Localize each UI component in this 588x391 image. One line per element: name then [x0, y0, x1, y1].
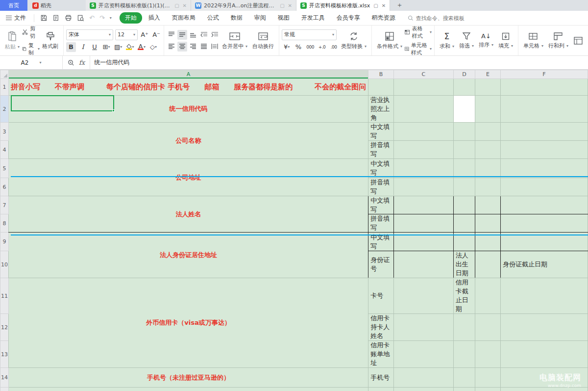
- font-name-select[interactable]: 宋体▾: [66, 29, 113, 40]
- cell-C4[interactable]: [393, 141, 453, 159]
- cell-D1[interactable]: [453, 79, 475, 96]
- shading-button[interactable]: ▨▾: [113, 42, 123, 52]
- cell-C14[interactable]: [393, 368, 453, 388]
- format-painter-button[interactable]: 格式刷: [40, 31, 61, 50]
- row-header-15[interactable]: 15: [0, 388, 9, 391]
- cell-B13[interactable]: 信用卡账单地址: [368, 341, 394, 368]
- row-header-3[interactable]: 3: [0, 123, 9, 141]
- magnifier-icon[interactable]: [68, 59, 74, 66]
- cell-B11[interactable]: 卡号: [368, 278, 394, 314]
- underline-button[interactable]: U: [90, 42, 99, 52]
- cell-style-button[interactable]: 单元格样式▾: [405, 42, 432, 56]
- row-header-14[interactable]: 14: [0, 368, 9, 388]
- export-icon[interactable]: [52, 14, 60, 22]
- doc-tab-1[interactable]: S 开店资料模板标准版(1)(1)(1).xlsx ▢ ✕: [86, 0, 191, 11]
- cell-B5[interactable]: 中文填写: [368, 159, 394, 178]
- rows-cols-button[interactable]: 行和列▾: [546, 32, 571, 50]
- cell-C1[interactable]: [393, 79, 453, 96]
- row-header-9[interactable]: 9: [0, 233, 9, 251]
- tab-close-icon[interactable]: ✕: [288, 3, 292, 8]
- cut-button[interactable]: 剪切: [22, 25, 40, 40]
- cell-D2[interactable]: [453, 96, 475, 123]
- cell-C15[interactable]: [393, 388, 453, 391]
- cell-F10[interactable]: 身份证截止日期: [500, 251, 588, 278]
- paste-button[interactable]: 粘贴▾: [2, 31, 22, 51]
- font-size-select[interactable]: 12▾: [115, 29, 138, 40]
- column-header-B[interactable]: B: [368, 70, 394, 79]
- row-header-12[interactable]: 12: [0, 314, 9, 341]
- cell-A15[interactable]: 邮箱账号密码: [8, 388, 368, 391]
- cell-A14[interactable]: 手机号（未注册过亚马逊的）: [8, 368, 368, 388]
- decrease-decimal-button[interactable]: .00: [329, 42, 339, 52]
- wrap-text-button[interactable]: 自动换行: [250, 31, 276, 50]
- cell-E13[interactable]: [475, 341, 500, 368]
- row-header-8[interactable]: 8: [0, 214, 9, 233]
- cell-F6[interactable]: [500, 178, 588, 196]
- column-header-D[interactable]: D: [453, 70, 475, 79]
- docer-tab[interactable]: d 稻壳: [27, 0, 58, 11]
- row-header-6[interactable]: 6: [0, 178, 9, 196]
- increase-font-button[interactable]: A⁺: [140, 30, 149, 40]
- cell-B4[interactable]: 拼音填写: [368, 141, 394, 159]
- tab-insert[interactable]: 插入: [143, 12, 166, 24]
- cells-button[interactable]: 单元格▾: [521, 32, 546, 50]
- percent-button[interactable]: %: [294, 42, 303, 52]
- cell-D13[interactable]: [453, 341, 475, 368]
- select-all-corner[interactable]: [0, 70, 9, 79]
- cell-F12[interactable]: [500, 314, 588, 341]
- currency-button[interactable]: ¥▾: [282, 42, 292, 52]
- print-preview-icon[interactable]: [77, 14, 84, 22]
- fill-button[interactable]: 填充▾: [496, 32, 515, 50]
- cell-E4[interactable]: [475, 141, 500, 159]
- row-header-7[interactable]: 7: [0, 196, 9, 214]
- cell-B12[interactable]: 信用卡持卡人姓名: [368, 314, 394, 341]
- cell-B2[interactable]: 营业执照左上角: [368, 96, 394, 123]
- redo-icon[interactable]: ↷: [99, 14, 105, 22]
- cell-E11[interactable]: [475, 278, 500, 314]
- tab-restore-icon[interactable]: ▢: [280, 3, 284, 8]
- increase-decimal-button[interactable]: +.0: [317, 42, 327, 52]
- cell-B15[interactable]: 账号: [368, 388, 394, 391]
- cell-E6[interactable]: [475, 178, 500, 196]
- cell-C6[interactable]: [393, 178, 453, 196]
- column-header-C[interactable]: C: [393, 70, 453, 79]
- row-header-13[interactable]: 13: [0, 341, 9, 368]
- tab-developer[interactable]: 开发工具: [296, 12, 330, 24]
- home-tab[interactable]: 首页: [0, 0, 27, 11]
- cell-D4[interactable]: [453, 141, 475, 159]
- tab-review[interactable]: 审阅: [249, 12, 271, 24]
- cell-E5[interactable]: [475, 159, 500, 178]
- cell-B3[interactable]: 中文填写: [368, 123, 394, 141]
- thousand-separator-button[interactable]: 000: [305, 42, 315, 52]
- cell-D10[interactable]: 法人出生日期: [453, 251, 475, 278]
- cell-E15[interactable]: [475, 388, 500, 391]
- cell-A9[interactable]: 法人身份证居住地址: [8, 233, 368, 278]
- font-color-button[interactable]: A ▾: [137, 42, 147, 52]
- tab-restore-icon[interactable]: ▢: [174, 3, 179, 8]
- cell-C12[interactable]: [393, 314, 453, 341]
- cell-F11[interactable]: [500, 278, 588, 314]
- cell-E10[interactable]: [475, 251, 500, 278]
- cell-C13[interactable]: [393, 341, 453, 368]
- row-header-11[interactable]: 11: [0, 278, 9, 314]
- cell-C3[interactable]: [393, 123, 453, 141]
- cell-A11[interactable]: 外币信用卡（visa或万事达）: [8, 278, 368, 368]
- cell-F8[interactable]: [500, 214, 588, 233]
- tab-formulas[interactable]: 公式: [202, 12, 224, 24]
- cell-B14[interactable]: 手机号: [368, 368, 394, 388]
- tab-home[interactable]: 开始: [120, 12, 142, 24]
- column-header-A[interactable]: A: [8, 70, 368, 79]
- cell-D8[interactable]: [453, 214, 475, 233]
- tab-close-icon[interactable]: ✕: [382, 3, 386, 8]
- cell-A1[interactable]: 拼音小写 不带声调 每个店铺的信用卡 手机号 邮箱 服务器都得是新的 不会的截全…: [8, 79, 368, 96]
- new-tab-button[interactable]: ＋: [390, 0, 409, 11]
- cell-C11[interactable]: [393, 278, 453, 314]
- cell-E3[interactable]: [475, 123, 500, 141]
- align-middle-icon[interactable]: [177, 30, 187, 40]
- cell-B10[interactable]: 身份证号: [368, 251, 394, 278]
- cell-D15[interactable]: 密码: [453, 388, 475, 391]
- cell-A2[interactable]: 统一信用代码: [8, 96, 368, 123]
- formula-input[interactable]: 统一信用代码: [90, 56, 588, 69]
- align-right-icon[interactable]: [188, 42, 198, 52]
- cell-F4[interactable]: [500, 141, 588, 159]
